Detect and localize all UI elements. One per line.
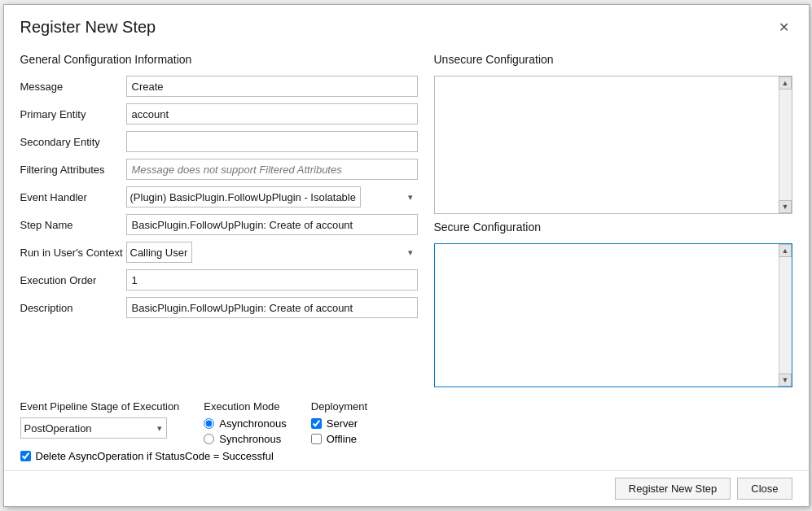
server-checkbox[interactable] xyxy=(311,418,322,429)
asynchronous-radio-label[interactable]: Asynchronous xyxy=(204,417,286,430)
scroll-down-btn[interactable]: ▼ xyxy=(779,200,792,213)
delete-async-checkbox[interactable] xyxy=(20,451,31,461)
deployment-section: Deployment Server Offline xyxy=(311,400,367,445)
scroll-up-btn[interactable]: ▲ xyxy=(779,76,792,90)
general-section-title: General Configuration Information xyxy=(20,53,418,66)
execution-mode-radio-group: Asynchronous Synchronous xyxy=(204,417,286,445)
event-handler-label: Event Handler xyxy=(20,191,126,203)
message-row: Message xyxy=(20,76,418,97)
register-new-step-dialog: Register New Step ✕ General Configuratio… xyxy=(3,4,810,507)
primary-entity-label: Primary Entity xyxy=(20,108,126,120)
unsecure-config-box: ▲ ▼ xyxy=(434,76,792,214)
asynchronous-label: Asynchronous xyxy=(219,417,286,430)
run-in-context-row: Run in User's Context Calling User xyxy=(20,242,418,263)
secondary-entity-input[interactable] xyxy=(126,131,418,152)
filtering-attributes-input[interactable] xyxy=(126,159,418,180)
step-name-label: Step Name xyxy=(20,219,126,231)
step-name-input[interactable] xyxy=(126,214,418,235)
run-in-context-select-wrapper: Calling User xyxy=(126,242,418,263)
filtering-attributes-label: Filtering Attributes xyxy=(20,164,126,176)
description-input[interactable] xyxy=(126,297,418,318)
primary-entity-row: Primary Entity xyxy=(20,103,418,124)
close-icon[interactable]: ✕ xyxy=(775,20,792,36)
step-name-row: Step Name xyxy=(20,214,418,235)
register-new-step-button[interactable]: Register New Step xyxy=(615,478,731,500)
deployment-title: Deployment xyxy=(311,400,367,413)
right-panel: Unsecure Configuration ▲ ▼ Secure Config… xyxy=(434,53,792,387)
description-label: Description xyxy=(20,302,126,314)
dialog-footer: Register New Step Close xyxy=(4,470,809,506)
unsecure-config-section: Unsecure Configuration ▲ ▼ xyxy=(434,53,792,214)
offline-checkbox-label[interactable]: Offline xyxy=(311,433,367,445)
asynchronous-radio[interactable] xyxy=(204,418,214,429)
secure-scrollbar: ▲ ▼ xyxy=(779,244,792,387)
right-config-container: Unsecure Configuration ▲ ▼ Secure Config… xyxy=(434,53,792,387)
event-pipeline-section: Event Pipeline Stage of Execution PostOp… xyxy=(20,400,180,439)
left-panel: General Configuration Information Messag… xyxy=(20,53,418,387)
description-row: Description xyxy=(20,297,418,318)
filtering-attributes-row: Filtering Attributes xyxy=(20,159,418,180)
unsecure-config-textarea[interactable] xyxy=(435,76,779,213)
primary-entity-input[interactable] xyxy=(126,103,418,124)
event-pipeline-row: Event Pipeline Stage of Execution PostOp… xyxy=(20,400,792,445)
offline-checkbox[interactable] xyxy=(311,434,322,444)
event-handler-select[interactable]: (Plugin) BasicPlugin.FollowUpPlugin - Is… xyxy=(126,186,361,207)
deployment-checkbox-group: Server Offline xyxy=(311,417,367,445)
execution-order-row: Execution Order xyxy=(20,269,418,290)
secondary-entity-label: Secondary Entity xyxy=(20,136,126,148)
dialog-title: Register New Step xyxy=(20,18,156,37)
synchronous-radio-label[interactable]: Synchronous xyxy=(204,433,286,445)
bottom-section: Event Pipeline Stage of Execution PostOp… xyxy=(4,395,809,470)
event-handler-select-wrapper: (Plugin) BasicPlugin.FollowUpPlugin - Is… xyxy=(126,186,418,207)
title-bar: Register New Step ✕ xyxy=(4,5,809,45)
execution-order-label: Execution Order xyxy=(20,274,126,286)
secure-scroll-up-btn[interactable]: ▲ xyxy=(779,244,792,257)
execution-mode-section: Execution Mode Asynchronous Synchronous xyxy=(204,400,286,445)
unsecure-scrollbar: ▲ ▼ xyxy=(779,76,792,213)
offline-label: Offline xyxy=(327,433,357,445)
message-label: Message xyxy=(20,81,126,93)
message-input[interactable] xyxy=(126,76,418,97)
synchronous-radio[interactable] xyxy=(204,434,214,444)
secondary-entity-row: Secondary Entity xyxy=(20,131,418,152)
secure-config-title: Secure Configuration xyxy=(434,221,792,234)
secure-scroll-down-btn[interactable]: ▼ xyxy=(779,373,792,387)
synchronous-label: Synchronous xyxy=(219,433,281,445)
close-button[interactable]: Close xyxy=(737,478,792,500)
event-handler-row: Event Handler (Plugin) BasicPlugin.Follo… xyxy=(20,186,418,207)
secure-config-section: Secure Configuration ▲ ▼ xyxy=(434,221,792,387)
execution-order-input[interactable] xyxy=(126,269,418,290)
execution-mode-title: Execution Mode xyxy=(204,400,286,413)
server-label: Server xyxy=(327,417,358,430)
delete-async-label: Delete AsyncOperation if StatusCode = Su… xyxy=(36,450,274,462)
server-checkbox-label[interactable]: Server xyxy=(311,417,367,430)
dialog-body: General Configuration Information Messag… xyxy=(4,45,809,395)
run-in-context-select[interactable]: Calling User xyxy=(126,242,192,263)
secure-config-textarea[interactable] xyxy=(435,244,779,387)
unsecure-config-title: Unsecure Configuration xyxy=(434,53,792,66)
pipeline-select-wrapper: PostOperation PreValidation PreOperation xyxy=(20,417,167,439)
pipeline-stage-select[interactable]: PostOperation PreValidation PreOperation xyxy=(20,417,167,439)
delete-async-row: Delete AsyncOperation if StatusCode = Su… xyxy=(20,450,792,462)
event-pipeline-title: Event Pipeline Stage of Execution xyxy=(20,400,180,413)
run-in-context-label: Run in User's Context xyxy=(20,247,126,259)
secure-config-box: ▲ ▼ xyxy=(434,243,792,387)
